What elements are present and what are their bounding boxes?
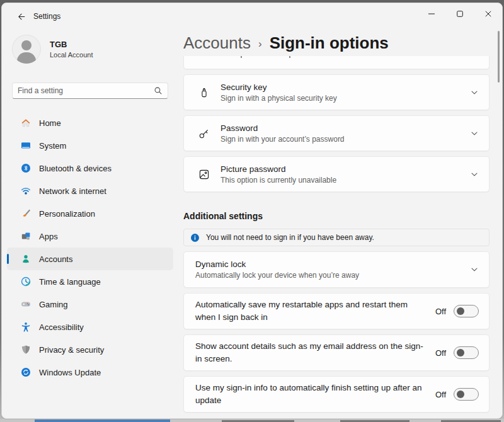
toggle-knob	[457, 307, 464, 315]
gaming-gamepad-icon	[21, 299, 31, 309]
clipped-text-fragment	[289, 56, 290, 58]
clipped-card-above-scroll[interactable]	[183, 56, 490, 69]
search-input[interactable]	[13, 86, 154, 95]
toggle-state-label: Off	[435, 390, 446, 399]
sidebar-item-gaming[interactable]: Gaming	[7, 293, 173, 316]
accessibility-person-icon	[21, 322, 31, 332]
restartable-apps-toggle[interactable]	[454, 305, 479, 317]
sidebar-item-home[interactable]: Home	[7, 111, 173, 134]
time-language-clock-icon	[21, 277, 31, 287]
sidebar-item-network-internet[interactable]: Network & internet	[7, 180, 173, 202]
toggle-knob	[457, 391, 464, 398]
sidebar-item-system[interactable]: System	[7, 134, 173, 157]
search-icon[interactable]	[154, 86, 163, 95]
sidebar-item-accessibility[interactable]: Accessibility	[7, 316, 173, 338]
main-content: Accounts › Sign-in options Security key …	[183, 3, 491, 418]
chevron-down-icon[interactable]	[470, 170, 479, 179]
selection-accent-bar	[7, 254, 9, 264]
breadcrumb: Accounts › Sign-in options	[183, 33, 389, 53]
vertical-scrollbar[interactable]	[498, 31, 500, 83]
dynamic-lock-card[interactable]: Dynamic lock Automatically lock your dev…	[183, 251, 490, 288]
info-icon	[190, 233, 200, 242]
windows-update-icon	[21, 367, 31, 377]
chevron-down-icon[interactable]	[470, 129, 479, 138]
card-subtitle: Sign in with a physical security key	[220, 94, 462, 103]
additional-settings-heading: Additional settings	[183, 211, 263, 221]
avatar	[12, 35, 41, 64]
use-sign-in-info-row: Use my sign-in info to automatically fin…	[183, 376, 490, 413]
security-key-icon	[198, 86, 210, 99]
settings-window: Settings TGB Local Account	[1, 3, 503, 419]
sidebar-item-accounts[interactable]: Accounts	[7, 248, 173, 270]
search-box	[12, 83, 168, 99]
sidebar-item-personalization[interactable]: Personalization	[7, 202, 173, 225]
infobar: You will not need to sign in if you have…	[183, 229, 490, 246]
sidebar-nav: Home System Bluetooth & devices Network …	[7, 111, 173, 384]
apps-icon	[21, 231, 31, 241]
show-account-details-row: Show account details such as my email ad…	[183, 334, 490, 371]
card-title: Password	[220, 123, 462, 133]
card-subtitle: This option is currently unavailable	[220, 176, 462, 185]
sidebar-item-privacy-security[interactable]: Privacy & security	[7, 338, 173, 361]
system-icon	[21, 140, 31, 151]
toggle-state-label: Off	[435, 348, 446, 358]
backdrop-blue-fragment	[35, 419, 170, 422]
user-account-block[interactable]: TGB Local Account	[12, 35, 93, 64]
page-title: Sign-in options	[270, 33, 389, 53]
desktop-backdrop-strip	[0, 419, 504, 422]
chevron-down-icon[interactable]	[470, 265, 479, 274]
restartable-apps-row: Automatically save my restartable apps a…	[183, 293, 490, 329]
back-arrow-icon	[16, 12, 26, 21]
card-title: Dynamic lock	[195, 259, 462, 269]
picture-password-card[interactable]: Picture password This option is currentl…	[183, 156, 490, 192]
card-subtitle: Automatically lock your device when you’…	[195, 271, 462, 280]
picture-password-icon	[198, 168, 210, 181]
sidebar-item-apps[interactable]: Apps	[7, 225, 173, 248]
network-wifi-icon	[21, 186, 31, 196]
window-title: Settings	[33, 12, 60, 21]
accounts-person-icon	[21, 254, 31, 264]
sidebar-item-time-language[interactable]: Time & language	[7, 270, 173, 293]
toggle-state-label: Off	[435, 307, 446, 316]
home-icon	[21, 118, 31, 128]
setting-label: Show account details such as my email ad…	[195, 340, 428, 365]
show-account-details-toggle[interactable]	[454, 346, 479, 359]
use-sign-in-info-toggle[interactable]	[454, 388, 479, 401]
clipped-text-fragment	[241, 56, 242, 58]
card-title: Security key	[220, 83, 462, 92]
breadcrumb-accounts-link[interactable]: Accounts	[183, 33, 251, 53]
breadcrumb-separator: ›	[258, 38, 262, 50]
user-account-type: Local Account	[50, 51, 93, 59]
setting-label: Use my sign-in info to automatically fin…	[195, 382, 428, 406]
setting-label: Automatically save my restartable apps a…	[195, 299, 428, 323]
chevron-down-icon[interactable]	[470, 88, 479, 97]
card-subtitle: Sign in with your account’s password	[220, 135, 462, 144]
infobar-text: You will not need to sign in if you have…	[206, 233, 374, 242]
card-title: Picture password	[220, 164, 462, 174]
sidebar-item-windows-update[interactable]: Windows Update	[7, 361, 173, 384]
security-key-card[interactable]: Security key Sign in with a physical sec…	[183, 74, 490, 110]
privacy-shield-icon	[21, 345, 31, 355]
password-key-icon	[198, 127, 210, 140]
personalization-brush-icon	[21, 208, 31, 219]
user-name: TGB	[50, 40, 93, 49]
sidebar-item-bluetooth-devices[interactable]: Bluetooth & devices	[7, 157, 173, 180]
toggle-knob	[457, 349, 464, 356]
bluetooth-icon	[21, 163, 31, 173]
back-button[interactable]	[11, 7, 31, 26]
password-card[interactable]: Password Sign in with your account’s pas…	[183, 115, 490, 151]
